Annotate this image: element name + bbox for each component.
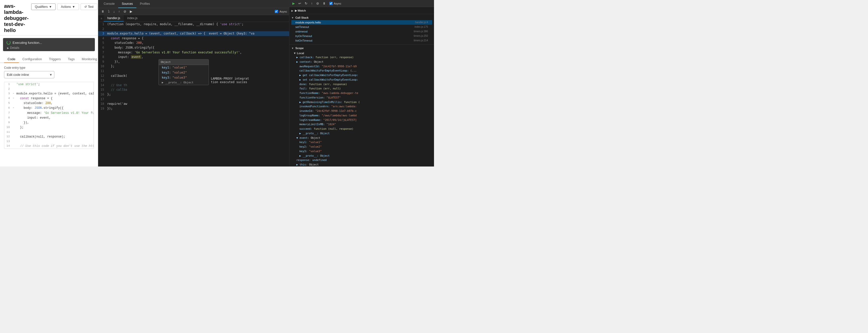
scope-header[interactable]: ▼ Scope xyxy=(291,46,432,50)
details-arrow-icon: ▶ xyxy=(7,47,9,49)
executing-bar: Executing function... ▶ Details xyxy=(3,38,95,51)
async-toggle: Async xyxy=(275,10,287,13)
right-async-checkbox[interactable] xyxy=(329,2,333,5)
sc-line-5: 5 statusCode: 200, xyxy=(98,40,289,45)
cs-item-3[interactable]: tryOnTimeout timers.js:250 xyxy=(291,34,432,38)
right-panel: ▶ ↩ ↻ ↑ ⊘ ⏸ Async ▶ ▶ Watch ▼ Call Stack xyxy=(289,0,434,167)
actions-button[interactable]: Actions ▼ xyxy=(57,3,79,10)
cs-item-name-2: ontimeout xyxy=(296,30,307,33)
header-buttons: Qualifiers ▼ Actions ▼ ↺ Test xyxy=(31,3,97,10)
dt-tab-console[interactable]: Console xyxy=(100,0,118,8)
sc-line-18: 18require('aw xyxy=(98,102,289,106)
devtools-deactivate-button[interactable]: ⊘ xyxy=(123,9,127,14)
devtools-step-over-button[interactable]: ⤵ xyxy=(107,9,111,14)
code-line-5: 5 statusCode: 200, xyxy=(4,101,94,106)
cs-item-file-1: index.js:175 xyxy=(415,25,428,28)
cs-item-2[interactable]: ontimeout timers.js:386 xyxy=(291,29,432,34)
tab-triggers[interactable]: Triggers xyxy=(45,55,64,63)
devtools-pause-button[interactable]: ⏸ xyxy=(100,9,105,14)
call-stack-title: Call Stack xyxy=(296,16,309,19)
sc-line-16: 16}; xyxy=(98,92,289,97)
details-label: Details xyxy=(10,46,19,50)
right-async-label: Async xyxy=(334,2,341,5)
call-stack-section: ▼ Call Stack module.exports.hello handle… xyxy=(289,14,434,45)
tab-code[interactable]: Code xyxy=(4,55,19,63)
right-pause-button[interactable]: ⏸ xyxy=(321,1,327,6)
devtools-step-out-button[interactable]: ↑ xyxy=(118,9,121,14)
scope-item-invokarn: invokedFunctionArn: "arn:aws:lambda: xyxy=(291,104,432,109)
devtools-step-into-button[interactable]: ↓ xyxy=(112,9,116,14)
chevron-down-icon: ▼ xyxy=(72,5,75,8)
right-up-button[interactable]: ↑ xyxy=(310,1,314,6)
cs-item-name-0: module.exports.hello xyxy=(296,21,321,24)
scope-item-succeed: succeed: function (null, response) xyxy=(291,127,432,131)
scope-item-fname: functionName: "aws-lambda-debugger-te xyxy=(291,91,432,95)
right-async: Async xyxy=(329,2,341,5)
sc-line-19: 19}); xyxy=(98,106,289,111)
scope-local: ▼ Local ▶ callback: function (err, respo… xyxy=(291,51,432,167)
right-step2-button[interactable]: ↻ xyxy=(304,1,308,6)
qualifiers-button[interactable]: Qualifiers ▼ xyxy=(31,3,56,10)
scope-title: Scope xyxy=(296,47,304,50)
details-row[interactable]: ▶ Details xyxy=(6,46,91,50)
scope-item-done: done: function (err, response) xyxy=(291,82,432,87)
sc-line-6: 6 body: JSON.stringify({ xyxy=(98,45,289,50)
right-step-button[interactable]: ↩ xyxy=(298,1,302,6)
code-line-1: 1'use strict'; xyxy=(4,82,94,87)
scope-item-getrem: ▶ getRemainingTimeInMillis: function ( xyxy=(291,100,432,105)
sc-line-7: 7 message: 'Go Serverless v1.0! Your fun… xyxy=(98,50,289,55)
right-skip-button[interactable]: ⊘ xyxy=(315,1,320,6)
sc-line-1: 1(function (exports, require, module, __… xyxy=(98,22,289,27)
tabs-bar: Code Configuration Triggers Tags Monitor… xyxy=(0,55,98,63)
code-line-14: 14 // Use this code if you don't use the… xyxy=(4,144,94,148)
scope-item-fver: functionVersion: "$LATEST" xyxy=(291,95,432,100)
devtools-tabs: Console Sources Profiles xyxy=(98,0,289,8)
sc-line-3: 3module.exports.hello = (event, context,… xyxy=(98,31,289,36)
scope-item-memlimit: memoryLimitInMB: "1024" xyxy=(291,122,432,127)
sc-line-17: 17 xyxy=(98,97,289,102)
tab-configuration[interactable]: Configuration xyxy=(19,55,45,63)
dt-tab-profiles[interactable]: Profiles xyxy=(136,0,153,8)
code-section: Code entry type Edit code inline Upload … xyxy=(0,63,98,167)
scope-item-event: ▼ event: Object xyxy=(291,136,432,140)
overlay-text: LAMBDA-PROXY integrat tion executed succ… xyxy=(209,76,289,84)
scope-arrow-icon: ▼ xyxy=(291,47,294,50)
tooltip-row-1: key1: "value1" xyxy=(159,65,209,70)
scope-item-awsreq: awsRequestId: "2dc42fbf-9998-11e7-b9 xyxy=(291,64,432,69)
cs-item-1[interactable]: setTimeout index.js:175 xyxy=(291,25,432,29)
async-label: Async xyxy=(280,10,287,13)
scope-local-label[interactable]: ▼ Local xyxy=(291,51,432,55)
devtools-resume-button[interactable]: ▶ xyxy=(129,9,133,14)
scope-item-set-cb: ▶ set callbackWaitsForEmptyEventLoop: xyxy=(291,78,432,82)
tab-tags[interactable]: Tags xyxy=(64,55,78,63)
scope-item-loggroup: logGroupName: "/aws/lambda/aws-lambd xyxy=(291,113,432,118)
call-stack-arrow-icon: ▼ xyxy=(291,17,294,19)
scope-item-key2: key2: "value2" xyxy=(291,145,432,149)
file-tabs-icon: ≡ xyxy=(99,15,104,22)
file-tab-index[interactable]: index.js xyxy=(124,15,141,22)
tab-monitoring[interactable]: Monitoring xyxy=(78,55,101,63)
cs-item-name-3: tryOnTimeout xyxy=(296,34,312,37)
cs-item-4[interactable]: listOnTimeout timers.js:214 xyxy=(291,38,432,43)
loading-spinner xyxy=(6,40,10,45)
tooltip-row-2: key2: "value2" xyxy=(159,70,209,75)
tooltip-row-3: key3: "value3" xyxy=(159,75,209,80)
right-toolbar: ▶ ↩ ↻ ↑ ⊘ ⏸ Async xyxy=(289,0,434,7)
code-line-4: 4- const response = { xyxy=(4,96,94,101)
code-entry-select[interactable]: Edit code inline Upload a .ZIP file Uplo… xyxy=(4,71,54,78)
cs-item-name-1: setTimeout xyxy=(296,25,309,28)
right-play-button[interactable]: ▶ xyxy=(291,1,296,6)
cs-item-0[interactable]: module.exports.hello handler.js:4 xyxy=(291,20,432,25)
test-button[interactable]: ↺ Test xyxy=(81,3,97,10)
code-line-6: 6- body: JSON.stringify({ xyxy=(4,106,94,111)
dt-tab-sources[interactable]: Sources xyxy=(118,0,136,8)
call-stack-header[interactable]: ▼ Call Stack xyxy=(291,16,432,20)
file-tab-handler[interactable]: handler.js xyxy=(104,15,124,22)
scope-item-key1: key1: "value1" xyxy=(291,140,432,145)
devtools-toolbar: ⏸ ⤵ ↓ ↑ ⊘ ▶ Async xyxy=(98,8,289,15)
watch-section: ▶ ▶ Watch xyxy=(289,7,434,14)
watch-header[interactable]: ▶ ▶ Watch xyxy=(291,8,432,13)
async-checkbox[interactable] xyxy=(275,10,278,13)
code-line-11: 11 xyxy=(4,130,94,135)
call-stack-content: module.exports.hello handler.js:4 setTim… xyxy=(291,20,432,43)
